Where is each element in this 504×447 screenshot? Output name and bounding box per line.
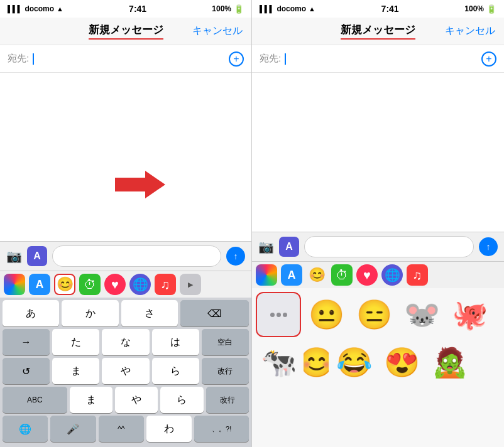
memoji-face-2[interactable]: 😑 — [351, 292, 397, 337]
left-panel: ▌▌▌ docomo ▲ 7:41 100% 🔋 新規メッセージ キャンセル 宛… — [0, 0, 252, 447]
status-left: ▌▌▌ docomo ▲ — [8, 4, 63, 13]
memoji-face-octopus[interactable]: 🐙 — [447, 292, 492, 337]
status-right-left: 100% 🔋 — [212, 4, 244, 14]
key-ma[interactable]: ま — [52, 358, 99, 384]
memoji-weird[interactable]: 🧟 — [427, 340, 472, 385]
sticker-appstore-left[interactable]: A — [29, 274, 50, 295]
to-label-left: 宛先: — [8, 53, 29, 65]
message-input-right[interactable] — [304, 236, 474, 257]
send-button-left[interactable]: ↑ — [226, 247, 245, 266]
send-button-right[interactable]: ↑ — [479, 237, 498, 256]
sticker-more-left[interactable]: ▶ — [180, 274, 201, 295]
message-input-left[interactable] — [52, 245, 221, 267]
dot-2 — [277, 313, 281, 317]
time-left: 7:41 — [129, 4, 146, 14]
sticker-photos-right[interactable] — [256, 264, 277, 286]
signal-icon: ▌▌▌ — [8, 5, 22, 13]
key-wa[interactable]: わ — [146, 416, 192, 442]
battery-left: 100% — [212, 4, 231, 13]
key-return2[interactable]: 改行 — [206, 387, 249, 413]
dot-1 — [270, 313, 275, 317]
add-recipient-right[interactable]: + — [481, 51, 496, 67]
time-right: 7:41 — [381, 4, 399, 14]
cursor-right — [285, 53, 286, 65]
keyboard-row-2: → た な は 空白 — [3, 329, 249, 355]
key-delete[interactable]: ⌫ — [180, 300, 249, 326]
sticker-photos-left[interactable] — [4, 274, 25, 295]
nav-title-left: 新規メッセージ — [89, 23, 163, 40]
sticker-clock-right[interactable]: ⏱ — [331, 264, 353, 286]
key-ta[interactable]: た — [52, 329, 99, 355]
sticker-heart-right[interactable]: ♥ — [356, 264, 378, 286]
status-bar-right: ▌▌▌ docomo ▲ 7:41 100% 🔋 — [252, 0, 504, 18]
key-abc[interactable]: ABC — [3, 387, 67, 413]
memoji-heart-eyes[interactable]: 😍 — [379, 340, 424, 385]
key-ma2[interactable]: ま — [70, 387, 112, 413]
add-recipient-left[interactable]: + — [229, 51, 244, 67]
keyboard-row-5: 🌐 🎤 ^^ わ 、。?! — [3, 416, 249, 442]
cancel-button-right[interactable]: キャンセル — [445, 24, 495, 38]
keyboard-row-4: ABC ま や ら 改行 — [3, 387, 249, 413]
camera-icon-left[interactable]: 📷 — [6, 249, 22, 264]
camera-icon-right[interactable]: 📷 — [258, 239, 274, 254]
memoji-face-partial[interactable]: 😊 — [304, 340, 329, 385]
key-ha[interactable]: は — [152, 329, 199, 355]
wifi-icon-left: ▲ — [57, 5, 63, 13]
sticker-music-right[interactable]: ♫ — [407, 264, 428, 286]
key-mic[interactable]: 🎤 — [50, 416, 96, 442]
key-undo[interactable]: ↺ — [3, 358, 50, 384]
toolbar-right: 📷 A ↑ — [252, 232, 504, 261]
sticker-appstore-right[interactable]: A — [281, 264, 302, 286]
sticker-memoji-right[interactable]: 😊 — [306, 264, 327, 286]
memoji-laugh[interactable]: 😂 — [331, 340, 376, 385]
battery-icon-left: 🔋 — [234, 4, 244, 14]
cancel-button-left[interactable]: キャンセル — [192, 24, 243, 38]
key-ka[interactable]: か — [62, 300, 118, 326]
sticker-memoji-left[interactable]: 😊 — [54, 274, 75, 295]
key-punct[interactable]: 、。?! — [194, 416, 249, 442]
key-space[interactable]: 空白 — [202, 329, 249, 355]
cursor-left — [33, 53, 34, 65]
key-a[interactable]: あ — [3, 300, 59, 326]
key-ra2[interactable]: ら — [160, 387, 203, 413]
memoji-face-cow[interactable]: 🐄 — [256, 340, 301, 385]
sticker-row-right: A 😊 ⏱ ♥ 🌐 ♫ — [252, 261, 504, 288]
key-ra[interactable]: ら — [152, 358, 199, 384]
appstore-icon-right[interactable]: A — [279, 237, 299, 257]
to-field-left: 宛先: + — [0, 45, 251, 73]
battery-icon-right: 🔋 — [486, 4, 496, 14]
sticker-globe-left[interactable]: 🌐 — [129, 274, 151, 295]
nav-title-right: 新規メッセージ — [341, 23, 415, 40]
memoji-face-mouse[interactable]: 🐭 — [399, 292, 444, 337]
nav-bar-right: 新規メッセージ キャンセル — [252, 18, 504, 45]
sticker-clock-left[interactable]: ⏱ — [79, 274, 101, 295]
dots-icon — [270, 313, 287, 317]
sticker-globe-right[interactable]: 🌐 — [381, 264, 403, 286]
nav-bar-left: 新規メッセージ キャンセル — [0, 18, 251, 45]
carrier-right: docomo — [277, 4, 306, 13]
appstore-icon-left[interactable]: A — [27, 246, 47, 266]
keyboard-row-1: あ か さ ⌫ — [3, 300, 249, 326]
key-ya[interactable]: や — [102, 358, 149, 384]
right-panel: ▌▌▌ docomo ▲ 7:41 100% 🔋 新規メッセージ キャンセル 宛… — [252, 0, 504, 447]
sticker-music-left[interactable]: ♫ — [155, 274, 176, 295]
memoji-face-1[interactable]: 😐 — [304, 292, 349, 337]
carrier-left: docomo — [25, 4, 54, 13]
key-return[interactable]: 改行 — [202, 358, 249, 384]
key-sa[interactable]: さ — [121, 300, 178, 326]
more-stickers-button[interactable] — [256, 292, 301, 337]
to-label-right: 宛先: — [260, 53, 281, 65]
key-globe[interactable]: 🌐 — [3, 416, 48, 442]
battery-right: 100% — [464, 4, 484, 13]
key-na[interactable]: な — [102, 329, 149, 355]
key-arrow[interactable]: → — [3, 329, 50, 355]
status-left-right: ▌▌▌ docomo ▲ — [260, 4, 315, 13]
emoji-row-1: 😐 😑 🐭 🐙 — [252, 288, 504, 337]
sticker-heart-left[interactable]: ♥ — [104, 274, 126, 295]
keyboard-left: あ か さ ⌫ → た な は 空白 ↺ ま や ら 改行 ABC ま や ら … — [0, 298, 251, 447]
key-caret[interactable]: ^^ — [99, 416, 144, 442]
keyboard-row-3: ↺ ま や ら 改行 — [3, 358, 249, 384]
key-ya2[interactable]: や — [115, 387, 158, 413]
status-bar-left: ▌▌▌ docomo ▲ 7:41 100% 🔋 — [0, 0, 251, 18]
dot-3 — [283, 313, 287, 317]
